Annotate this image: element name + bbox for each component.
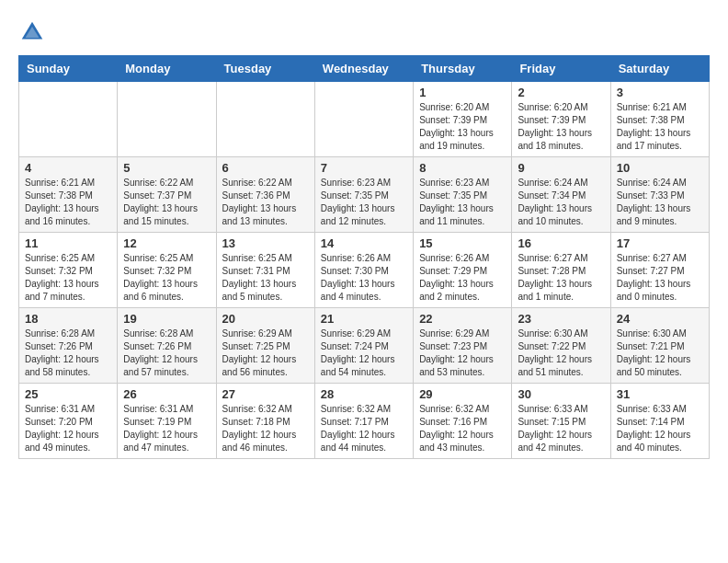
day-cell: 25Sunrise: 6:31 AM Sunset: 7:20 PM Dayli… [19,384,118,459]
day-info: Sunrise: 6:22 AM Sunset: 7:37 PM Dayligh… [123,177,210,228]
day-cell [314,82,413,157]
day-number: 9 [518,161,604,175]
day-cell [118,82,216,157]
day-info: Sunrise: 6:31 AM Sunset: 7:19 PM Dayligh… [123,403,210,454]
day-info: Sunrise: 6:27 AM Sunset: 7:28 PM Dayligh… [518,252,604,304]
day-cell: 31Sunrise: 6:33 AM Sunset: 7:14 PM Dayli… [610,384,709,459]
week-row-5: 25Sunrise: 6:31 AM Sunset: 7:20 PM Dayli… [19,384,710,459]
day-cell: 27Sunrise: 6:32 AM Sunset: 7:18 PM Dayli… [216,384,314,459]
day-info: Sunrise: 6:30 AM Sunset: 7:21 PM Dayligh… [617,327,703,379]
day-number: 17 [617,236,703,250]
day-number: 14 [321,236,407,250]
day-cell: 10Sunrise: 6:24 AM Sunset: 7:33 PM Dayli… [610,157,709,233]
day-info: Sunrise: 6:30 AM Sunset: 7:22 PM Dayligh… [518,327,604,379]
day-header-wednesday: Wednesday [314,56,413,82]
day-cell: 9Sunrise: 6:24 AM Sunset: 7:34 PM Daylig… [512,157,610,233]
day-number: 22 [419,312,506,326]
day-info: Sunrise: 6:23 AM Sunset: 7:35 PM Dayligh… [419,177,506,228]
day-cell: 20Sunrise: 6:29 AM Sunset: 7:25 PM Dayli… [216,308,314,384]
day-cell: 8Sunrise: 6:23 AM Sunset: 7:35 PM Daylig… [414,157,512,233]
day-info: Sunrise: 6:32 AM Sunset: 7:17 PM Dayligh… [321,403,407,454]
day-cell: 7Sunrise: 6:23 AM Sunset: 7:35 PM Daylig… [314,157,413,233]
day-cell: 18Sunrise: 6:28 AM Sunset: 7:26 PM Dayli… [19,308,118,384]
day-cell: 1Sunrise: 6:20 AM Sunset: 7:39 PM Daylig… [414,82,512,157]
day-cell: 14Sunrise: 6:26 AM Sunset: 7:30 PM Dayli… [314,233,413,308]
day-number: 23 [518,312,604,326]
day-header-sunday: Sunday [19,56,118,82]
day-info: Sunrise: 6:27 AM Sunset: 7:27 PM Dayligh… [617,252,703,304]
day-number: 25 [25,387,111,401]
day-header-saturday: Saturday [610,56,709,82]
day-number: 13 [222,236,309,250]
day-cell [19,82,118,157]
day-info: Sunrise: 6:25 AM Sunset: 7:32 PM Dayligh… [123,252,210,304]
day-number: 4 [25,161,111,175]
day-cell: 11Sunrise: 6:25 AM Sunset: 7:32 PM Dayli… [19,233,118,308]
day-cell: 28Sunrise: 6:32 AM Sunset: 7:17 PM Dayli… [314,384,413,459]
day-cell: 29Sunrise: 6:32 AM Sunset: 7:16 PM Dayli… [414,384,512,459]
day-cell: 3Sunrise: 6:21 AM Sunset: 7:38 PM Daylig… [610,82,709,157]
day-info: Sunrise: 6:25 AM Sunset: 7:31 PM Dayligh… [222,252,309,304]
day-number: 28 [321,387,407,401]
day-info: Sunrise: 6:20 AM Sunset: 7:39 PM Dayligh… [518,101,604,153]
day-cell: 17Sunrise: 6:27 AM Sunset: 7:27 PM Dayli… [610,233,709,308]
day-cell: 2Sunrise: 6:20 AM Sunset: 7:39 PM Daylig… [512,82,610,157]
day-cell: 19Sunrise: 6:28 AM Sunset: 7:26 PM Dayli… [118,308,216,384]
day-number: 2 [518,86,604,99]
day-number: 24 [617,312,703,326]
day-info: Sunrise: 6:26 AM Sunset: 7:29 PM Dayligh… [419,252,506,304]
week-row-4: 18Sunrise: 6:28 AM Sunset: 7:26 PM Dayli… [19,308,710,384]
calendar-table: SundayMondayTuesdayWednesdayThursdayFrid… [18,55,710,459]
calendar-body: 1Sunrise: 6:20 AM Sunset: 7:39 PM Daylig… [19,82,710,459]
day-info: Sunrise: 6:33 AM Sunset: 7:15 PM Dayligh… [518,403,604,454]
week-row-1: 1Sunrise: 6:20 AM Sunset: 7:39 PM Daylig… [19,82,710,157]
logo [18,18,50,46]
day-number: 20 [222,312,309,326]
day-info: Sunrise: 6:29 AM Sunset: 7:25 PM Dayligh… [222,327,309,379]
day-info: Sunrise: 6:32 AM Sunset: 7:16 PM Dayligh… [419,403,506,454]
week-row-2: 4Sunrise: 6:21 AM Sunset: 7:38 PM Daylig… [19,157,710,233]
week-row-3: 11Sunrise: 6:25 AM Sunset: 7:32 PM Dayli… [19,233,710,308]
day-header-tuesday: Tuesday [216,56,314,82]
header [18,18,710,46]
day-number: 19 [123,312,210,326]
day-cell: 12Sunrise: 6:25 AM Sunset: 7:32 PM Dayli… [118,233,216,308]
day-number: 18 [25,312,111,326]
day-header-friday: Friday [512,56,610,82]
day-cell: 22Sunrise: 6:29 AM Sunset: 7:23 PM Dayli… [414,308,512,384]
day-number: 27 [222,387,309,401]
day-number: 21 [321,312,407,326]
day-cell: 6Sunrise: 6:22 AM Sunset: 7:36 PM Daylig… [216,157,314,233]
day-number: 26 [123,387,210,401]
day-cell: 21Sunrise: 6:29 AM Sunset: 7:24 PM Dayli… [314,308,413,384]
day-info: Sunrise: 6:32 AM Sunset: 7:18 PM Dayligh… [222,403,309,454]
day-number: 1 [419,86,506,99]
day-info: Sunrise: 6:28 AM Sunset: 7:26 PM Dayligh… [25,327,111,379]
day-number: 8 [419,161,506,175]
day-info: Sunrise: 6:25 AM Sunset: 7:32 PM Dayligh… [25,252,111,304]
day-number: 30 [518,387,604,401]
day-info: Sunrise: 6:21 AM Sunset: 7:38 PM Dayligh… [25,177,111,228]
day-number: 29 [419,387,506,401]
day-info: Sunrise: 6:23 AM Sunset: 7:35 PM Dayligh… [321,177,407,228]
day-cell: 26Sunrise: 6:31 AM Sunset: 7:19 PM Dayli… [118,384,216,459]
day-number: 31 [617,387,703,401]
day-info: Sunrise: 6:29 AM Sunset: 7:23 PM Dayligh… [419,327,506,379]
calendar-header: SundayMondayTuesdayWednesdayThursdayFrid… [19,56,710,82]
day-cell: 23Sunrise: 6:30 AM Sunset: 7:22 PM Dayli… [512,308,610,384]
day-info: Sunrise: 6:24 AM Sunset: 7:34 PM Dayligh… [518,177,604,228]
day-number: 11 [25,236,111,250]
day-info: Sunrise: 6:33 AM Sunset: 7:14 PM Dayligh… [617,403,703,454]
day-number: 5 [123,161,210,175]
day-number: 6 [222,161,309,175]
day-info: Sunrise: 6:29 AM Sunset: 7:24 PM Dayligh… [321,327,407,379]
day-info: Sunrise: 6:22 AM Sunset: 7:36 PM Dayligh… [222,177,309,228]
day-number: 15 [419,236,506,250]
day-number: 7 [321,161,407,175]
day-headers-row: SundayMondayTuesdayWednesdayThursdayFrid… [19,56,710,82]
day-header-thursday: Thursday [414,56,512,82]
day-cell: 16Sunrise: 6:27 AM Sunset: 7:28 PM Dayli… [512,233,610,308]
day-header-monday: Monday [118,56,216,82]
day-info: Sunrise: 6:24 AM Sunset: 7:33 PM Dayligh… [617,177,703,228]
day-info: Sunrise: 6:28 AM Sunset: 7:26 PM Dayligh… [123,327,210,379]
